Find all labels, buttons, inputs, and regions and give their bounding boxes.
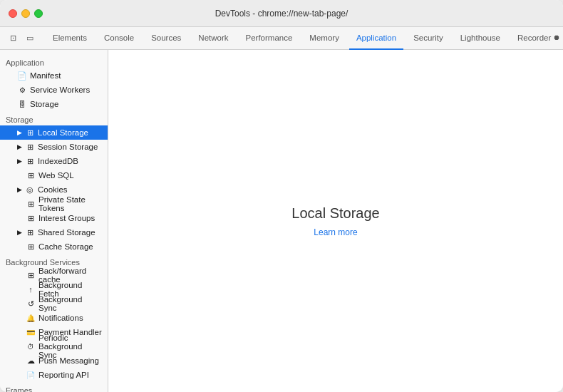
close-button[interactable] xyxy=(9,9,17,18)
sidebar-item-interest-groups[interactable]: ⊞ Interest Groups xyxy=(0,211,108,225)
private-state-tokens-label: Private State Tokens xyxy=(38,195,102,212)
sidebar-item-session-storage[interactable]: ▶ ⊞ Session Storage xyxy=(0,140,108,154)
main-content: Local Storage Learn more xyxy=(108,50,563,392)
sidebar-item-storage[interactable]: 🗄 Storage xyxy=(0,97,108,111)
tab-network[interactable]: Network xyxy=(191,27,235,50)
storage-icon: 🗄 xyxy=(17,100,27,108)
shared-storage-arrow: ▶ xyxy=(17,229,22,236)
sidebar-item-manifest[interactable]: 📄 Manifest xyxy=(0,68,108,83)
sidebar-item-cookies[interactable]: ▶ ◎ Cookies xyxy=(0,182,108,197)
local-storage-label: Local Storage xyxy=(38,128,88,137)
periodic-background-sync-label: Periodic Background Sync xyxy=(38,334,102,359)
manifest-label: Manifest xyxy=(30,71,61,80)
main-area: Application 📄 Manifest ⚙ Service Workers… xyxy=(0,50,563,392)
sidebar-item-reporting-api[interactable]: 📄 Reporting API xyxy=(0,368,108,382)
reporting-api-icon: 📄 xyxy=(26,371,36,379)
section-label-frames: Frames xyxy=(0,382,108,392)
traffic-lights xyxy=(9,9,43,18)
window-title: DevTools - chrome://new-tab-page/ xyxy=(215,9,348,19)
maximize-button[interactable] xyxy=(34,9,43,18)
payment-handler-icon: 💳 xyxy=(26,329,36,336)
sidebar-item-background-sync[interactable]: ↺ Background Sync xyxy=(0,296,108,311)
background-sync-label: Background Sync xyxy=(38,295,102,312)
cache-storage-icon: ⊞ xyxy=(26,242,36,252)
cookies-label: Cookies xyxy=(38,185,68,194)
indexeddb-arrow: ▶ xyxy=(17,158,22,165)
inspect-icon[interactable]: ⊡ xyxy=(6,31,20,46)
indexeddb-label: IndexedDB xyxy=(38,157,78,165)
web-sql-label: Web SQL xyxy=(38,171,74,180)
indexeddb-icon: ⊞ xyxy=(25,157,35,166)
shared-storage-label: Shared Storage xyxy=(38,228,95,237)
sidebar-item-background-fetch[interactable]: ↑ Background Fetch xyxy=(0,282,108,296)
background-fetch-icon: ↑ xyxy=(26,285,36,294)
cookies-arrow: ▶ xyxy=(17,186,22,193)
push-messaging-label: Push Messaging xyxy=(38,356,99,365)
titlebar: DevTools - chrome://new-tab-page/ xyxy=(0,0,563,27)
session-storage-arrow: ▶ xyxy=(17,143,22,150)
devtools-window: DevTools - chrome://new-tab-page/ ⊡ ▭ El… xyxy=(0,0,563,392)
cache-storage-label: Cache Storage xyxy=(38,242,93,251)
content-title: Local Storage xyxy=(291,205,379,222)
sidebar-item-notifications[interactable]: 🔔 Notifications xyxy=(0,311,108,325)
tab-elements[interactable]: Elements xyxy=(46,27,94,50)
interest-groups-icon: ⊞ xyxy=(26,214,36,223)
tab-sources[interactable]: Sources xyxy=(144,27,188,50)
notifications-label: Notifications xyxy=(38,314,83,322)
sidebar-item-private-state-tokens[interactable]: ⊞ Private State Tokens xyxy=(0,197,108,211)
tab-lighthouse[interactable]: Lighthouse xyxy=(453,27,507,50)
toolbar: ⊡ ▭ Elements Console Sources Network Per… xyxy=(0,27,563,50)
minimize-button[interactable] xyxy=(21,9,30,18)
service-workers-label: Service Workers xyxy=(30,86,90,94)
service-workers-icon: ⚙ xyxy=(17,86,27,94)
shared-storage-icon: ⊞ xyxy=(25,228,35,237)
tab-performance[interactable]: Performance xyxy=(239,27,300,50)
session-storage-icon: ⊞ xyxy=(25,143,35,152)
tab-console[interactable]: Console xyxy=(97,27,141,50)
sidebar-item-cache-storage[interactable]: ⊞ Cache Storage xyxy=(0,239,108,254)
section-label-background-services: Background Services xyxy=(0,254,108,268)
back-forward-cache-icon: ⊞ xyxy=(26,271,36,280)
recorder-icon: ⏺ xyxy=(553,33,560,41)
manifest-icon: 📄 xyxy=(17,71,27,81)
section-label-application: Application xyxy=(0,54,108,68)
session-storage-label: Session Storage xyxy=(38,143,98,151)
cookies-icon: ◎ xyxy=(25,185,35,195)
sidebar-item-periodic-background-sync[interactable]: ⏱ Periodic Background Sync xyxy=(0,339,108,354)
section-label-storage: Storage xyxy=(0,111,108,125)
tab-security[interactable]: Security xyxy=(406,27,450,50)
tab-recorder[interactable]: Recorder ⏺ xyxy=(510,27,563,50)
sidebar-item-local-storage[interactable]: ▶ ⊞ Local Storage xyxy=(0,125,108,140)
toolbar-icon-group: ⊡ ▭ xyxy=(6,31,37,46)
storage-label: Storage xyxy=(30,100,58,108)
web-sql-icon: ⊞ xyxy=(26,171,36,180)
private-state-tokens-icon: ⊞ xyxy=(26,200,36,209)
push-messaging-icon: ☁ xyxy=(26,356,36,366)
reporting-api-label: Reporting API xyxy=(38,371,89,379)
learn-more-link[interactable]: Learn more xyxy=(314,227,357,237)
sidebar-item-service-workers[interactable]: ⚙ Service Workers xyxy=(0,83,108,97)
background-sync-icon: ↺ xyxy=(26,299,36,309)
notifications-icon: 🔔 xyxy=(26,314,36,322)
interest-groups-label: Interest Groups xyxy=(38,214,95,222)
tab-memory[interactable]: Memory xyxy=(302,27,346,50)
sidebar-item-back-forward-cache[interactable]: ⊞ Back/forward cache xyxy=(0,268,108,282)
local-storage-icon: ⊞ xyxy=(25,128,35,138)
periodic-background-sync-icon: ⏱ xyxy=(26,343,36,351)
local-storage-arrow: ▶ xyxy=(17,129,22,136)
sidebar-item-shared-storage[interactable]: ▶ ⊞ Shared Storage xyxy=(0,225,108,239)
device-icon[interactable]: ▭ xyxy=(23,31,37,46)
sidebar-item-indexeddb[interactable]: ▶ ⊞ IndexedDB xyxy=(0,154,108,168)
sidebar: Application 📄 Manifest ⚙ Service Workers… xyxy=(0,50,108,392)
tab-application[interactable]: Application xyxy=(349,27,403,50)
sidebar-item-web-sql[interactable]: ⊞ Web SQL xyxy=(0,168,108,182)
